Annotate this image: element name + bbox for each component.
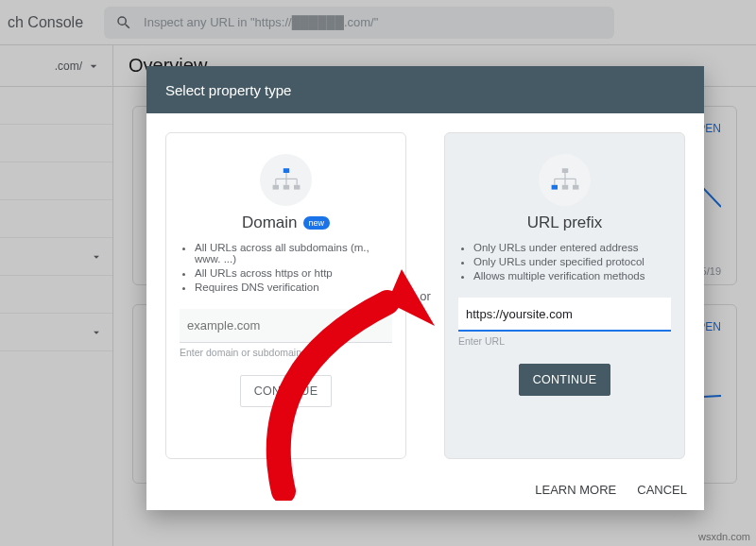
url-card-title: URL prefix (527, 213, 603, 232)
url-helper: Enter URL (458, 335, 671, 347)
svg-rect-15 (551, 184, 557, 189)
domain-helper: Enter domain or subdomain (180, 347, 392, 358)
url-prefix-property-card[interactable]: URL prefix Only URLs under entered addre… (444, 132, 685, 459)
svg-rect-0 (283, 168, 288, 173)
url-prefix-icon (539, 154, 591, 206)
svg-rect-8 (294, 184, 300, 189)
select-property-dialog: Select property type Domain new All URLs… (146, 66, 704, 510)
url-input[interactable] (458, 298, 671, 332)
url-bullets: Only URLs under entered address Only URL… (458, 242, 671, 284)
domain-bullets: All URLs across all subdomains (m., www.… (180, 242, 392, 296)
url-continue-button[interactable]: CONTINUE (519, 364, 611, 396)
svg-rect-9 (561, 168, 567, 173)
domain-input[interactable] (180, 309, 392, 343)
svg-rect-7 (283, 184, 288, 189)
domain-card-title: Domain new (242, 213, 330, 232)
dialog-footer: LEARN MORE CANCEL (146, 469, 704, 510)
svg-rect-6 (272, 184, 278, 189)
new-badge: new (303, 216, 331, 230)
svg-rect-16 (561, 184, 567, 189)
dialog-title: Select property type (146, 66, 704, 113)
or-separator: or (406, 132, 444, 459)
cancel-button[interactable]: CANCEL (637, 483, 687, 497)
domain-property-card[interactable]: Domain new All URLs across all subdomain… (165, 132, 406, 459)
svg-rect-17 (573, 184, 578, 189)
dialog-body: Domain new All URLs across all subdomain… (146, 113, 704, 469)
domain-continue-button[interactable]: CONTINUE (240, 375, 333, 407)
learn-more-button[interactable]: LEARN MORE (535, 483, 616, 497)
domain-icon (260, 154, 312, 206)
